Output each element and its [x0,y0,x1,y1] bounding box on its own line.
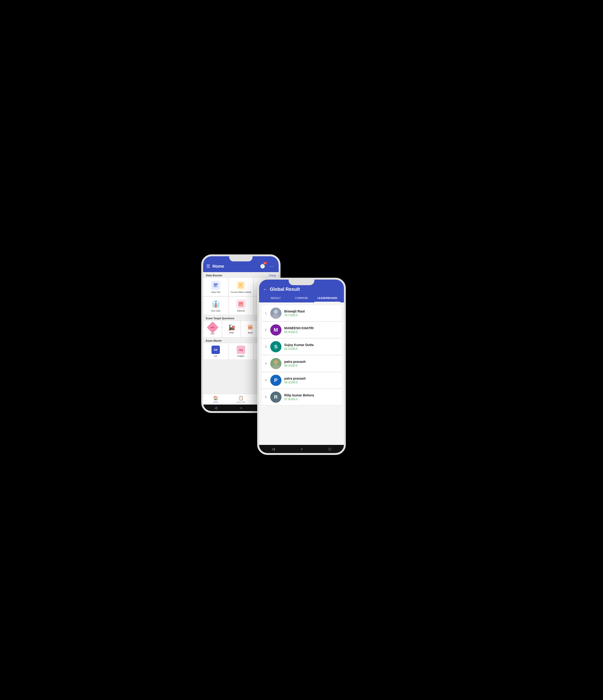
lb-avatar-4b: P [270,375,281,386]
lb-rank-1: 1 [264,311,268,315]
hamburger-icon[interactable]: ☰ [206,264,210,269]
lb-name-1: Biswajit Raut [284,309,339,313]
editorial-label: Editorial [237,310,245,312]
mock-test-nav-icon: 📋 [238,396,244,401]
lb-rank-3: 3 [264,345,268,348]
english-label: English [237,355,244,357]
lb-item-5[interactable]: 5 R Rilip kumar Behera 57.0/100.0 [261,389,342,405]
ssc-icon: SSC [207,322,219,333]
lb-score-5: 57.0/100.0 [284,398,339,401]
lb-name-4a: patra pravash [284,360,339,364]
phone-global-result: ← Global Result RESULT COMPARE LEADERBOA… [257,278,346,455]
lb-score-3: 62.3/100.0 [284,347,339,350]
daily-test-item[interactable]: Daily Test [203,278,228,296]
current-articles-icon [236,281,246,290]
leaderboard-list: 1 Biswajit Raut 70.7/100.0 2 M MANEESH K… [259,302,344,445]
lb-name-4b: patra pravash [284,377,339,380]
nav-mock-test[interactable]: 📋 Mock Test [228,394,253,405]
notification-badge: 17 [263,262,267,265]
result-tabs: RESULT COMPARE LEADERBOARD [263,294,340,302]
govt-jobs-item[interactable]: 👔 Govt Jobs [203,296,228,315]
tab-result[interactable]: RESULT [263,294,289,302]
nav-mock-test-label: Mock Test [237,401,245,403]
lb-item-3[interactable]: 3 S Sujoy Kumar Dutta 62.3/100.0 [261,339,342,355]
current-articles-item[interactable]: Current Affairs Articles [228,278,253,296]
english-item[interactable]: Aa English [228,343,253,360]
lb-rank-4a: 4 [264,362,268,365]
bank-label: Bank [248,331,253,334]
share-button[interactable]: ⋯ [268,263,275,270]
lb-rank-4b: 4 [264,379,268,382]
home-sys-icon-2[interactable]: ○ [301,447,303,451]
govt-jobs-icon: 👔 [211,299,220,309]
gk-icon: GK [211,346,220,354]
result-header-top: ← Global Result [263,286,340,294]
lb-score-4a: 58.3/100.0 [284,364,339,367]
gk-label: GK [214,355,217,357]
lb-avatar-3: S [270,341,281,352]
result-title: Global Result [270,286,300,292]
svg-rect-2 [214,284,218,285]
exam-target-title: Exam Target Questions [206,317,234,320]
back-button[interactable]: ← [263,286,268,292]
lb-item-2[interactable]: 2 M MANEESH KHATRI 65.4/100.0 [261,322,342,338]
svg-rect-15 [240,304,242,304]
daily-test-icon [211,281,220,290]
back-sys-icon[interactable]: ◁ [215,406,217,410]
svg-point-22 [272,365,280,369]
svg-rect-3 [214,286,217,286]
lb-name-5: Rilip kumar Behera [284,393,339,397]
govt-jobs-label: Govt Jobs [211,310,221,312]
nav-home-label: Home [213,401,218,403]
lb-item-4b[interactable]: 4 P patra pravash 58.3/100.0 [261,372,342,388]
tab-compare[interactable]: COMPARE [289,294,315,302]
exam-master-title: Exam Master [206,339,222,342]
lb-score-1: 70.7/100.0 [284,314,339,317]
gk-item[interactable]: GK GK [203,343,228,360]
notification-button[interactable]: 🕐 17 [259,263,266,270]
editorial-item[interactable]: Editorial [228,296,253,315]
nav-home[interactable]: 🏠 Home [203,394,228,405]
lb-score-2: 65.4/100.0 [284,330,339,334]
share-icon: ⋯ [270,264,274,269]
lb-rank-2: 2 [264,328,268,331]
daily-booster-change[interactable]: Chang [269,274,276,277]
rrb-label: RRB [229,331,234,334]
lb-info-2: MANEESH KHATRI 65.4/100.0 [284,326,339,334]
home-sys-icon[interactable]: ○ [240,406,242,410]
svg-rect-8 [240,286,241,286]
svg-point-19 [272,314,280,319]
lb-name-2: MANEESH KHATRI [284,326,339,330]
lb-info-4b: patra pravash 58.3/100.0 [284,377,339,384]
lb-rank-5: 5 [264,396,268,399]
svg-point-21 [274,360,278,364]
lb-avatar-5: R [270,392,281,403]
back-sys-icon-2[interactable]: ◁ [272,447,275,451]
lb-avatar-2: M [270,324,281,335]
bank-item[interactable]: 🏛 Bank [241,321,260,338]
home-title: Home [212,264,257,269]
ssc-item[interactable]: SSC SSC [203,321,222,338]
recent-sys-icon-2[interactable]: □ [329,447,331,451]
lb-name-3: Sujoy Kumar Dutta [284,343,339,347]
clock-icon: 🕐 [260,264,265,269]
rrb-item[interactable]: 🚂 RRB [222,321,241,338]
notch-2 [289,280,314,285]
lb-info-1: Biswajit Raut 70.7/100.0 [284,309,339,317]
english-icon: Aa [237,346,245,354]
home-nav-icon: 🏠 [213,396,218,401]
current-articles-label: Current Affairs Articles [231,291,251,294]
scene: ☰ Home 🕐 17 ⋯ Daily Booster Chang [201,245,402,455]
daily-test-label: Daily Test [211,291,220,294]
lb-item-1[interactable]: 1 Biswajit Raut 70.7/100.0 [261,305,342,321]
lb-info-3: Sujoy Kumar Dutta 62.3/100.0 [284,343,339,350]
notch-1 [229,256,253,261]
tab-leaderboard[interactable]: LEADERBOARD [314,294,340,302]
svg-rect-7 [240,285,242,285]
editorial-icon [236,299,246,309]
lb-avatar-1 [270,307,281,319]
lb-item-4a[interactable]: 4 patra pravash 58.3/100.0 [261,356,342,371]
svg-rect-1 [214,283,218,284]
svg-point-18 [274,310,278,314]
lb-score-4b: 58.3/100.0 [284,381,339,384]
